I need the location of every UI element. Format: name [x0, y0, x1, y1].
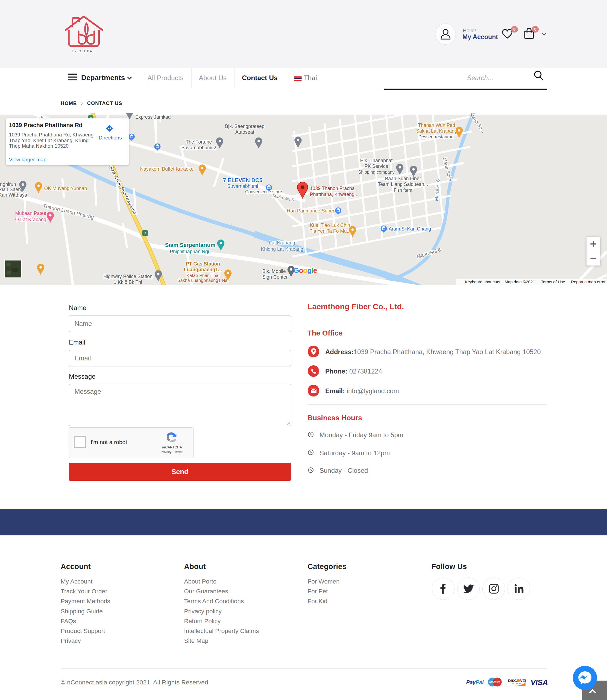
svg-text:Siam Serpentarium: Siam Serpentarium — [165, 242, 215, 248]
svg-text:DISC: DISC — [508, 679, 517, 683]
svg-text:Report a map error: Report a map error — [571, 280, 606, 284]
svg-text:The Fortune: The Fortune — [186, 139, 212, 145]
svg-text:O Lat Krabang: O Lat Krabang — [15, 217, 46, 222]
svg-text:1039 Thanon Pracha: 1039 Thanon Pracha — [310, 186, 355, 191]
svg-text:NETWORK: NETWORK — [512, 683, 521, 684]
svg-text:Shipping company: Shipping company — [358, 169, 395, 174]
svg-text:Phatthana, Khwaeng...: Phatthana, Khwaeng... — [310, 192, 358, 197]
svg-text:Kafae Phan Thai: Kafae Phan Thai — [186, 273, 219, 278]
svg-text:Fish farm: Fish farm — [394, 188, 412, 192]
svg-text:Rian Saeng: Rian Saeng — [0, 187, 23, 192]
svg-text:Express Jamkad: Express Jamkad — [135, 114, 171, 120]
svg-text:Aram Si Kan Chang: Aram Si Kan Chang — [389, 226, 431, 232]
svg-text:Bjk. Mobile: Bjk. Mobile — [263, 269, 286, 274]
svg-text:Sakha Luangphaeng1 Nai: Sakha Luangphaeng1 Nai — [177, 278, 229, 283]
svg-text:7: 7 — [144, 231, 146, 235]
svg-text:Team Liang Saiduean...: Team Liang Saiduean... — [378, 182, 428, 187]
svg-text:Sign Center: Sign Center — [263, 274, 288, 280]
svg-text:PT Gas Station: PT Gas Station — [186, 261, 220, 267]
svg-text:Suvarnabhumi: Suvarnabhumi — [227, 184, 258, 189]
svg-text:Khlong Lat Krabang: Khlong Lat Krabang — [261, 246, 304, 252]
svg-text:Suvarnabhumi 2: Suvarnabhumi 2 — [182, 145, 216, 150]
svg-text:Mubaan Patee: Mubaan Patee — [15, 210, 46, 216]
svg-text:Map data ©2021: Map data ©2021 — [504, 280, 535, 284]
svg-text:7 ELEVEN DC5: 7 ELEVEN DC5 — [223, 177, 263, 183]
svg-text:Bjk. Saengprateep: Bjk. Saengprateep — [225, 124, 264, 129]
svg-text:Kuai Tiao Luk Chin: Kuai Tiao Luk Chin — [310, 223, 350, 228]
svg-text:Keyboard shortcuts: Keyboard shortcuts — [465, 280, 500, 284]
svg-text:Terms of Use: Terms of Use — [541, 280, 565, 284]
svg-text:1 Kk 8 Bk Thl: 1 Kk 8 Bk Thl — [114, 280, 142, 285]
svg-text:Autoseat: Autoseat — [235, 129, 254, 135]
svg-text:OK Muyang Yunnan: OK Muyang Yunnan — [44, 186, 87, 191]
svg-text:Luangphaeng1...: Luangphaeng1... — [184, 267, 222, 272]
svg-text:Nayakorn Buffet Karaoke: Nayakorn Buffet Karaoke — [140, 166, 194, 172]
svg-text:Lat Krabang: Lat Krabang — [269, 240, 295, 246]
svg-text:Dessert restaurant: Dessert restaurant — [418, 134, 455, 139]
svg-text:Baan Suan Fiber: Baan Suan Fiber — [385, 176, 421, 181]
svg-text:Hjk. Thanaphat: Hjk. Thanaphat — [360, 158, 393, 163]
svg-text:PK Service: PK Service — [364, 164, 389, 169]
svg-text:Highway Police Station: Highway Police Station — [103, 274, 152, 279]
svg-text:Google: Google — [294, 266, 317, 274]
svg-text:VER: VER — [520, 679, 526, 683]
svg-text:Pla Yen Ta Fo Mu...: Pla Yen Ta Fo Mu... — [309, 228, 351, 234]
svg-text:Sakha Lat Krabang: Sakha Lat Krabang — [416, 128, 457, 134]
svg-text:Ran Panmanee Super: Ran Panmanee Super — [287, 208, 335, 213]
svg-text:Ran Witthaya: Ran Witthaya — [0, 192, 27, 198]
svg-text:Thanan Wun Ped: Thanan Wun Ped — [418, 123, 455, 128]
svg-text:Convenience store: Convenience store — [245, 189, 282, 194]
svg-text:Maestro: Maestro — [489, 680, 500, 684]
svg-text:nghirun: nghirun — [0, 182, 16, 187]
svg-text:Phiphithaphan Ngu: Phiphithaphan Ngu — [170, 249, 210, 254]
